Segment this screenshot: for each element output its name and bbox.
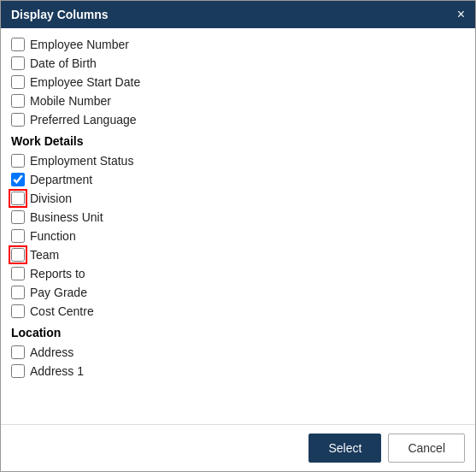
checkbox-item-address-1: Address 1 xyxy=(11,362,465,381)
checkbox-team[interactable] xyxy=(11,248,25,262)
dialog-header: Display Columns × xyxy=(1,1,475,28)
dialog-title: Display Columns xyxy=(11,8,109,21)
checkbox-item-team: Team xyxy=(11,245,465,264)
checkbox-label-department: Department xyxy=(30,173,92,186)
checkbox-label-cost-centre: Cost Centre xyxy=(30,304,94,318)
checkbox-item-pay-grade: Pay Grade xyxy=(11,283,465,302)
checkbox-item-function: Function xyxy=(11,227,465,245)
dialog-footer: Select Cancel xyxy=(1,424,475,471)
checkbox-label-date-of-birth: Date of Birth xyxy=(30,56,97,70)
checkbox-employee-number[interactable] xyxy=(11,38,25,51)
checkbox-label-employee-start-date: Employee Start Date xyxy=(30,75,140,89)
checkbox-item-cost-centre: Cost Centre xyxy=(11,302,465,321)
checkbox-label-reports-to: Reports to xyxy=(30,267,85,280)
checkbox-item-address: Address xyxy=(11,343,465,362)
checkbox-employment-status[interactable] xyxy=(11,154,25,168)
checkbox-label-address-1: Address 1 xyxy=(30,364,84,378)
section-header-location: Location xyxy=(11,326,465,339)
checkbox-preferred-language[interactable] xyxy=(11,113,25,127)
checkbox-label-address: Address xyxy=(30,345,73,359)
checkbox-item-preferred-language: Preferred Language xyxy=(11,110,465,129)
checkbox-address-1[interactable] xyxy=(11,364,25,378)
checkbox-pay-grade[interactable] xyxy=(11,286,25,299)
checkbox-date-of-birth[interactable] xyxy=(11,56,25,70)
checkbox-mobile-number[interactable] xyxy=(11,94,25,108)
checkbox-label-business-unit: Business Unit xyxy=(30,210,103,224)
close-button[interactable]: × xyxy=(457,8,465,21)
checkbox-label-preferred-language: Preferred Language xyxy=(30,113,137,127)
checkbox-employee-start-date[interactable] xyxy=(11,75,25,89)
checkbox-label-employment-status: Employment Status xyxy=(30,154,133,168)
checkbox-item-employee-number: Employee Number xyxy=(11,35,465,54)
checkbox-item-employment-status: Employment Status xyxy=(11,151,465,170)
checkbox-item-reports-to: Reports to xyxy=(11,264,465,283)
checkbox-label-pay-grade: Pay Grade xyxy=(30,286,87,299)
checkbox-department[interactable] xyxy=(11,173,25,186)
section-header-work-details: Work Details xyxy=(11,134,465,148)
display-columns-dialog: Display Columns × Employee NumberDate of… xyxy=(0,0,476,472)
checkbox-reports-to[interactable] xyxy=(11,267,25,280)
dialog-body: Employee NumberDate of BirthEmployee Sta… xyxy=(1,28,475,424)
checkbox-division[interactable] xyxy=(11,192,25,205)
select-button[interactable]: Select xyxy=(309,434,381,463)
checkbox-label-team: Team xyxy=(30,248,59,262)
checkbox-label-function: Function xyxy=(30,229,76,243)
cancel-button[interactable]: Cancel xyxy=(388,434,465,463)
checkbox-label-employee-number: Employee Number xyxy=(30,38,129,51)
checkbox-item-employee-start-date: Employee Start Date xyxy=(11,73,465,91)
checkbox-item-mobile-number: Mobile Number xyxy=(11,91,465,110)
checkbox-label-mobile-number: Mobile Number xyxy=(30,94,111,108)
checkbox-item-date-of-birth: Date of Birth xyxy=(11,54,465,73)
checkbox-item-department: Department xyxy=(11,170,465,189)
checkbox-label-division: Division xyxy=(30,192,72,205)
checkbox-item-business-unit: Business Unit xyxy=(11,208,465,227)
checkbox-function[interactable] xyxy=(11,229,25,243)
checkbox-item-division: Division xyxy=(11,189,465,208)
checkbox-business-unit[interactable] xyxy=(11,210,25,224)
checkbox-cost-centre[interactable] xyxy=(11,304,25,318)
checkbox-address[interactable] xyxy=(11,345,25,359)
